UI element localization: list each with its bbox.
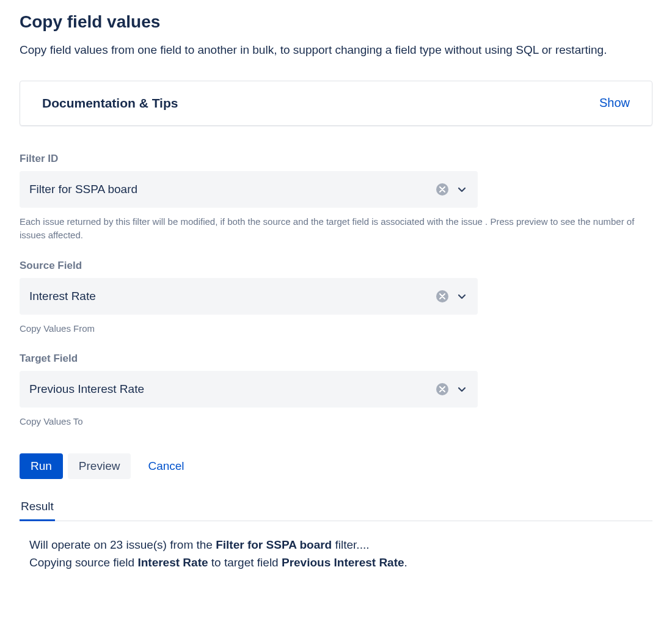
result-source-field: Interest Rate	[137, 556, 208, 569]
result-tab[interactable]: Result	[20, 496, 55, 521]
show-documentation-link[interactable]: Show	[599, 96, 630, 110]
page-description: Copy field values from one field to anot…	[20, 42, 652, 59]
chevron-down-icon[interactable]	[455, 289, 469, 304]
chevron-down-icon[interactable]	[455, 382, 469, 397]
documentation-title: Documentation & Tips	[42, 96, 178, 111]
preview-button[interactable]: Preview	[68, 453, 131, 479]
clear-icon[interactable]	[436, 290, 448, 302]
result-filter-name: Filter for SSPA board	[216, 538, 332, 551]
result-text: .	[404, 556, 407, 569]
result-issue-count: 23	[110, 538, 123, 551]
filter-id-help: Each issue returned by this filter will …	[20, 215, 652, 243]
filter-id-label: Filter ID	[20, 153, 652, 165]
source-field-select[interactable]: Interest Rate	[20, 278, 478, 315]
result-text: Copying source field	[29, 556, 137, 569]
run-button[interactable]: Run	[20, 453, 63, 479]
result-text: Will operate on	[29, 538, 110, 551]
result-body: Will operate on 23 issue(s) from the Fil…	[20, 536, 652, 572]
target-field-group: Target Field Previous Interest Rate Copy…	[20, 353, 652, 429]
clear-icon[interactable]	[436, 183, 448, 196]
chevron-down-icon[interactable]	[455, 182, 469, 197]
cancel-button[interactable]: Cancel	[136, 453, 196, 479]
target-field-label: Target Field	[20, 353, 652, 365]
documentation-panel: Documentation & Tips Show	[20, 81, 652, 126]
result-tabs: Result	[20, 496, 652, 521]
result-target-field: Previous Interest Rate	[282, 556, 404, 569]
result-text: filter....	[332, 538, 369, 551]
filter-id-value: Filter for SSPA board	[29, 183, 430, 196]
filter-id-group: Filter ID Filter for SSPA board Each iss…	[20, 153, 652, 243]
source-field-value: Interest Rate	[29, 290, 430, 303]
filter-id-select[interactable]: Filter for SSPA board	[20, 171, 478, 208]
source-field-help: Copy Values From	[20, 322, 652, 336]
page-title: Copy field values	[20, 12, 652, 32]
source-field-label: Source Field	[20, 260, 652, 272]
target-field-select[interactable]: Previous Interest Rate	[20, 371, 478, 408]
result-text: to target field	[208, 556, 282, 569]
target-field-help: Copy Values To	[20, 415, 652, 429]
source-field-group: Source Field Interest Rate Copy Values F…	[20, 260, 652, 336]
target-field-value: Previous Interest Rate	[29, 382, 430, 396]
clear-icon[interactable]	[436, 383, 448, 395]
result-text: issue(s) from the	[123, 538, 216, 551]
action-buttons: Run Preview Cancel	[20, 453, 652, 479]
